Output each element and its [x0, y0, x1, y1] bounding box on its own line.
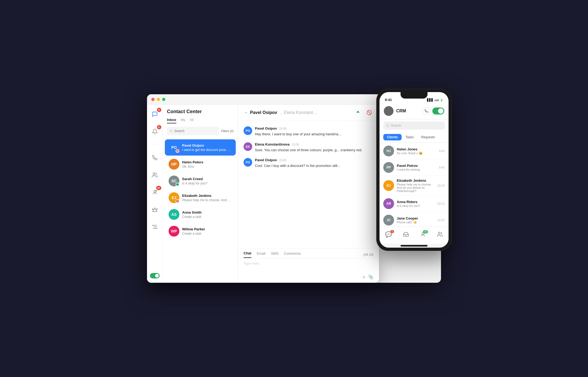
- phone-list-item[interactable]: PP Pavel Petrov I need ths shelvig 9:42: [380, 159, 449, 176]
- contact-name: Elizabeth Jenkins: [182, 194, 232, 198]
- avatar: HP: [169, 159, 179, 170]
- search-input[interactable]: [174, 129, 216, 133]
- phone-toggle[interactable]: [432, 107, 444, 115]
- segment-requests[interactable]: Requests: [418, 134, 439, 140]
- phone-search-placeholder: Search: [391, 124, 401, 127]
- phone-list-item[interactable]: JC Jane Cooper Phone call? 👋 11:07: [380, 212, 449, 227]
- phone-item-time: 11:07: [437, 218, 445, 222]
- phone-item-time: 10:15: [437, 184, 445, 187]
- tab-inbox[interactable]: Inbox: [167, 118, 176, 123]
- message-avatar: PO: [244, 158, 252, 167]
- phone-item-avatar: PP: [383, 162, 394, 173]
- contact-preview: Ok, thnx: [182, 165, 232, 169]
- message-group: EK Elena Konstantinova 15:05 Sure. You c…: [244, 142, 374, 153]
- contact-item[interactable]: AS Anna Smith Create a task: [165, 206, 236, 223]
- chat-footer: Chat Email SMS Comments (All 10) Type he…: [238, 248, 379, 283]
- contact-item[interactable]: PO 12 Pavel Osipov I want to get the dis…: [165, 139, 236, 156]
- divider: [152, 144, 158, 145]
- svg-point-6: [152, 225, 153, 226]
- phone-item-info: Jane Cooper Phone call? 👋: [397, 216, 435, 224]
- nav-contacts-badge: 203: [423, 230, 428, 233]
- avatar: WP: [169, 226, 179, 237]
- mac-content: 6 5: [147, 105, 379, 283]
- phone-item-info: Anna Riders Is it okay for you?: [397, 200, 435, 207]
- sidebar-crown-icon[interactable]: [149, 204, 160, 215]
- chat-input-tools: 𝐴 📎: [238, 274, 379, 283]
- avatar-wrap: EJ 2: [169, 192, 179, 203]
- message-sender: Elena Konstantinova: [255, 142, 290, 146]
- contact-item[interactable]: EJ 2 Elizabeth Jenkins Please help me to…: [165, 190, 236, 206]
- sidebar-notification-icon[interactable]: 5: [149, 126, 160, 137]
- svg-point-8: [170, 130, 172, 132]
- phone-item-preview: Please help me to choose. And do you del…: [397, 183, 435, 193]
- sidebar-toggle[interactable]: [150, 273, 160, 278]
- phone-item-info: Helen Jones So cool, thank u 😀: [397, 147, 436, 155]
- nav-chat-icon[interactable]: 💬 5: [385, 231, 392, 238]
- sidebar-team-icon[interactable]: [149, 170, 160, 180]
- phone-item-name: Helen Jones: [397, 147, 436, 151]
- phone-list-item[interactable]: HJ Helen Jones So cool, thank u 😀 9:41: [380, 143, 449, 159]
- phone-search-inner[interactable]: Search: [383, 122, 445, 130]
- segment-tasks[interactable]: Tasks: [402, 134, 418, 140]
- phone-item-time: 9:42: [439, 166, 445, 169]
- sidebar-phone-icon[interactable]: [149, 152, 160, 163]
- message-time: 15:05: [292, 143, 299, 146]
- minimize-button[interactable]: [157, 98, 160, 101]
- message-group: PO Pavel Osipov 15:05 Cool. Can I buy wi…: [244, 158, 374, 169]
- translate-icon[interactable]: 𝐴: [363, 275, 365, 279]
- tab-sms[interactable]: SMS: [271, 251, 278, 258]
- phone-list-item[interactable]: EJ Elizabeth Jenkins Please help me to c…: [380, 176, 449, 196]
- tab-email[interactable]: Email: [257, 251, 266, 258]
- contact-name: Anna Smith: [182, 210, 232, 214]
- contact-info: Elizabeth Jenkins Please help me to choo…: [182, 194, 232, 202]
- attach-icon[interactable]: 📎: [368, 274, 374, 280]
- tab-chat[interactable]: Chat: [244, 251, 251, 258]
- nav-inbox-icon[interactable]: [403, 231, 409, 237]
- contact-preview: Please help me to choose. And do you del…: [182, 198, 232, 202]
- phone-screen: 9:41 ▋▋▋ wifi 🔋 CRM: [380, 92, 449, 248]
- battery-icon: 🔋: [440, 99, 443, 102]
- phone-item-name: Anna Riders: [397, 200, 435, 204]
- contact-preview: Is it okay for you?: [182, 181, 232, 185]
- sidebar: 6 5: [147, 105, 163, 283]
- phone-list-item[interactable]: AR Anna Riders Is it okay for you? 10:11: [380, 196, 449, 212]
- tab-all[interactable]: All: [190, 118, 193, 123]
- sidebar-users-icon[interactable]: 27: [149, 187, 160, 198]
- filter-button[interactable]: Filters (2): [221, 129, 234, 133]
- tab-comments[interactable]: Comments: [284, 251, 301, 258]
- contact-preview: Create a task: [182, 215, 232, 219]
- chat-input-area[interactable]: Type here...: [238, 258, 379, 274]
- phone-item-preview: So cool, thank u 😀: [397, 152, 436, 155]
- message-sender: Pavel Osipov: [255, 126, 277, 130]
- wifi-icon: wifi: [435, 99, 439, 102]
- avatar: AS: [169, 209, 179, 220]
- message-time: 15:05: [279, 127, 287, 130]
- share-icon[interactable]: [354, 108, 362, 117]
- contact-item[interactable]: HP Helen Peters Ok, thnx: [165, 156, 236, 172]
- tab-my[interactable]: My: [181, 118, 185, 123]
- maximize-button[interactable]: [162, 98, 165, 101]
- message-time: 15:05: [279, 159, 287, 162]
- nav-contacts-icon[interactable]: 203: [420, 231, 426, 237]
- message-content: Pavel Osipov 15:05 Cool. Can I buy with …: [255, 158, 374, 169]
- contact-item[interactable]: WP Willow Parker Create a task: [165, 223, 236, 239]
- close-button[interactable]: [151, 98, 155, 101]
- contact-info: Pavel Osipov I want to get the discount …: [182, 143, 232, 152]
- chat-panel: → Pavel Osipov , Elena Konstant...: [238, 105, 379, 283]
- phone-search-icon: [386, 124, 389, 127]
- segment-clients[interactable]: Clients: [383, 134, 402, 140]
- phone-item-preview: Is it okay for you?: [397, 204, 435, 207]
- phone-call-button[interactable]: [423, 107, 430, 115]
- chat-header-secondary: ,: [281, 110, 282, 115]
- mac-window: 6 5: [147, 94, 379, 283]
- contact-item[interactable]: SC Sarah Creed Is it okay for you?: [165, 173, 236, 189]
- chat-input-placeholder: Type here...: [244, 261, 374, 265]
- sidebar-chat-icon[interactable]: 6: [149, 109, 160, 120]
- message-meta: Pavel Osipov 15:05: [255, 158, 374, 162]
- sidebar-settings-icon[interactable]: [149, 221, 160, 232]
- contact-name: Willow Parker: [182, 227, 232, 231]
- phone-item-avatar: AR: [383, 198, 394, 209]
- nav-team-icon[interactable]: [437, 231, 443, 237]
- phone-item-avatar: HJ: [383, 146, 394, 156]
- search-box[interactable]: [167, 127, 219, 135]
